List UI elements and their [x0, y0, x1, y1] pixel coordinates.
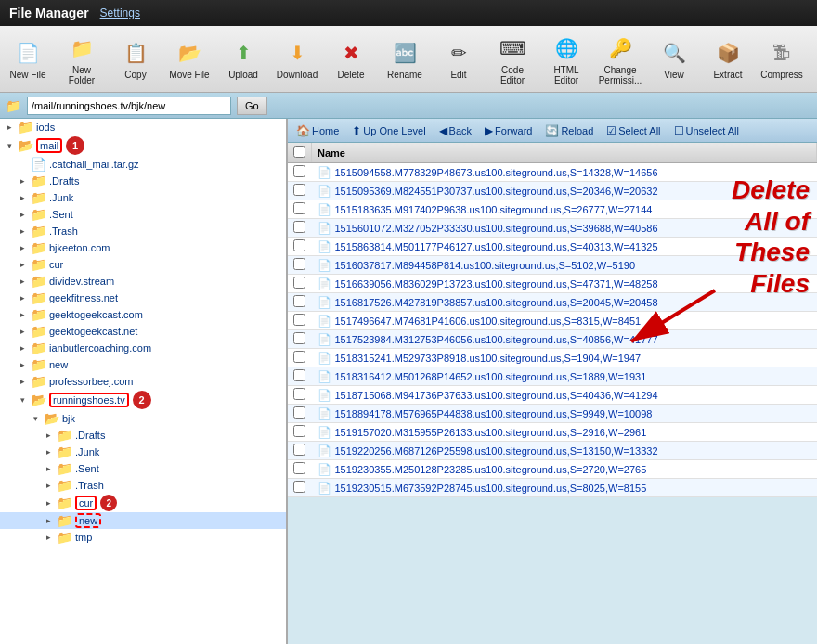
row-checkbox[interactable] — [288, 423, 312, 442]
table-row[interactable]: 📄1515095369.M824551P30737.us100.sitegrou… — [288, 182, 817, 200]
delete-button[interactable]: ✖Delete — [325, 30, 377, 89]
file-name[interactable]: 📄1519157020.M315955P26133.us100.sitegrou… — [312, 423, 817, 442]
file-name[interactable]: 📄1518894178.M576965P44838.us100.sitegrou… — [312, 405, 817, 423]
row-checkbox[interactable] — [288, 238, 312, 256]
sidebar-item--catchall-mail-tar-gz[interactable]: 📄.catchall_mail.tar.gz — [0, 156, 286, 173]
back-button[interactable]: ◀ Back — [434, 122, 476, 139]
table-row[interactable]: 📄1519220256.M687126P25598.us100.sitegrou… — [288, 442, 817, 460]
new-file-button[interactable]: 📄New File — [2, 30, 54, 89]
table-row[interactable]: 📄1515601072.M327052P33330.us100.sitegrou… — [288, 219, 817, 238]
table-row[interactable]: 📄1515183635.M917402P9638.us100.sitegroun… — [288, 200, 817, 219]
file-name[interactable]: 📄1516037817.M894458P814.us100.siteground… — [312, 256, 817, 275]
row-checkbox[interactable] — [288, 219, 312, 238]
download-button[interactable]: ⬇Download — [271, 30, 323, 89]
file-name[interactable]: 📄1517496647.M74681P41606.us100.sitegroun… — [312, 312, 817, 330]
table-row[interactable]: 📄1515094558.M778329P48673.us100.sitegrou… — [288, 163, 817, 182]
table-row[interactable]: 📄1517523984.M312753P46056.us100.sitegrou… — [288, 330, 817, 349]
table-row[interactable]: 📄1518315241.M529733P8918.us100.sitegroun… — [288, 349, 817, 367]
extract-button[interactable]: 📦Extract — [702, 30, 754, 89]
settings-link[interactable]: Settings — [100, 6, 140, 19]
row-checkbox[interactable] — [288, 200, 312, 219]
file-name[interactable]: 📄1518316412.M501268P14652.us100.sitegrou… — [312, 367, 817, 386]
row-checkbox[interactable] — [288, 163, 312, 182]
move-file-button[interactable]: 📂Move File — [163, 30, 215, 89]
file-name[interactable]: 📄1519230355.M250128P23285.us100.sitegrou… — [312, 460, 817, 479]
table-row[interactable]: 📄1519230515.M673592P28745.us100.sitegrou… — [288, 479, 817, 497]
sidebar-item-iods[interactable]: ▸📁iods — [0, 119, 286, 135]
compress-button[interactable]: 🗜Compress — [756, 30, 808, 89]
up-button[interactable]: ⬆ Up One Level — [347, 122, 430, 139]
sidebar-item--Drafts[interactable]: ▸📁.Drafts — [0, 427, 286, 444]
file-name[interactable]: 📄1517523984.M312753P46056.us100.sitegrou… — [312, 330, 817, 349]
file-name[interactable]: 📄1515601072.M327052P33330.us100.sitegrou… — [312, 219, 817, 238]
sidebar-item--Drafts[interactable]: ▸📁.Drafts — [0, 173, 286, 189]
row-checkbox[interactable] — [288, 275, 312, 293]
go-button[interactable]: Go — [237, 97, 267, 115]
file-name[interactable]: 📄1518715068.M941736P37633.us100.sitegrou… — [312, 386, 817, 405]
sidebar-item-ianbutlercoaching-com[interactable]: ▸📁ianbutlercoaching.com — [0, 340, 286, 356]
row-checkbox[interactable] — [288, 182, 312, 200]
unselect-all-button[interactable]: ☐ Unselect All — [669, 122, 744, 139]
change-perms-button[interactable]: 🔑Change Permissi... — [594, 30, 646, 89]
sidebar-item-geekfitness-net[interactable]: ▸📁geekfitness.net — [0, 290, 286, 306]
view-button[interactable]: 🔍View — [648, 30, 700, 89]
file-name[interactable]: 📄1515095369.M824551P30737.us100.sitegrou… — [312, 182, 817, 200]
sidebar-item-cur[interactable]: ▸📁cur — [0, 256, 286, 273]
sidebar-item--Sent[interactable]: ▸📁.Sent — [0, 206, 286, 223]
sidebar-item-professorbeej-com[interactable]: ▸📁professorbeej.com — [0, 373, 286, 390]
sidebar-item--Junk[interactable]: ▸📁.Junk — [0, 189, 286, 206]
sidebar-item-cur[interactable]: ▸📁cur2 — [0, 494, 286, 512]
sidebar-item-bjk[interactable]: ▾📂bjk — [0, 410, 286, 427]
sidebar-item--Trash[interactable]: ▸📁.Trash — [0, 477, 286, 494]
table-row[interactable]: 📄1518894178.M576965P44838.us100.sitegrou… — [288, 405, 817, 423]
sidebar-item-mail[interactable]: ▾📂mail1 — [0, 135, 286, 156]
table-row[interactable]: 📄1517496647.M74681P41606.us100.sitegroun… — [288, 312, 817, 330]
file-name[interactable]: 📄1516639056.M836029P13723.us100.sitegrou… — [312, 275, 817, 293]
address-input[interactable] — [27, 97, 231, 115]
file-name[interactable]: 📄1519220256.M687126P25598.us100.sitegrou… — [312, 442, 817, 460]
table-row[interactable]: 📄1519230355.M250128P23285.us100.sitegrou… — [288, 460, 817, 479]
sidebar-item--Sent[interactable]: ▸📁.Sent — [0, 460, 286, 477]
sidebar-item--Trash[interactable]: ▸📁.Trash — [0, 223, 286, 239]
row-checkbox[interactable] — [288, 349, 312, 367]
row-checkbox[interactable] — [288, 312, 312, 330]
row-checkbox[interactable] — [288, 330, 312, 349]
file-name[interactable]: 📄1519230515.M673592P28745.us100.sitegrou… — [312, 479, 817, 497]
row-checkbox[interactable] — [288, 460, 312, 479]
row-checkbox[interactable] — [288, 256, 312, 275]
col-checkbox[interactable] — [288, 143, 312, 163]
table-row[interactable]: 📄1518316412.M501268P14652.us100.sitegrou… — [288, 367, 817, 386]
row-checkbox[interactable] — [288, 442, 312, 460]
sidebar-item-geektogeekcast-net[interactable]: ▸📁geektogeekcast.net — [0, 323, 286, 340]
table-row[interactable]: 📄1516817526.M427819P38857.us100.sitegrou… — [288, 293, 817, 312]
row-checkbox[interactable] — [288, 405, 312, 423]
sidebar-item-tmp[interactable]: ▸📁tmp — [0, 529, 286, 546]
copy-button[interactable]: 📋Copy — [110, 30, 162, 89]
file-name[interactable]: 📄1516817526.M427819P38857.us100.sitegrou… — [312, 293, 817, 312]
upload-button[interactable]: ⬆Upload — [217, 30, 269, 89]
row-checkbox[interactable] — [288, 367, 312, 386]
forward-button[interactable]: ▶ Forward — [480, 122, 537, 139]
sidebar-item-runningshoes-tv[interactable]: ▾📂runningshoes.tv2 — [0, 390, 286, 410]
sidebar-item-new[interactable]: ▸📁new — [0, 356, 286, 373]
table-row[interactable]: 📄1518715068.M941736P37633.us100.sitegrou… — [288, 386, 817, 405]
new-folder-button[interactable]: 📁New Folder — [56, 30, 108, 89]
sidebar-item-geektogeekcast-com[interactable]: ▸📁geektogeekcast.com — [0, 306, 286, 323]
file-name[interactable]: 📄1515094558.M778329P48673.us100.sitegrou… — [312, 163, 817, 182]
home-button[interactable]: 🏠 Home — [292, 122, 344, 139]
sidebar-item-bjkeeton-com[interactable]: ▸📁bjkeeton.com — [0, 239, 286, 256]
file-name[interactable]: 📄1515863814.M501177P46127.us100.sitegrou… — [312, 238, 817, 256]
row-checkbox[interactable] — [288, 293, 312, 312]
row-checkbox[interactable] — [288, 386, 312, 405]
sidebar-item--Junk[interactable]: ▸📁.Junk — [0, 444, 286, 460]
table-row[interactable]: 📄1516639056.M836029P13723.us100.sitegrou… — [288, 275, 817, 293]
table-row[interactable]: 📄1519157020.M315955P26133.us100.sitegrou… — [288, 423, 817, 442]
file-name[interactable]: 📄1515183635.M917402P9638.us100.sitegroun… — [312, 200, 817, 219]
html-editor-button[interactable]: 🌐HTML Editor — [540, 30, 592, 89]
row-checkbox[interactable] — [288, 479, 312, 497]
sidebar-item-new[interactable]: ▸📁new — [0, 512, 286, 529]
edit-button[interactable]: ✏Edit — [433, 30, 485, 89]
code-editor-button[interactable]: ⌨Code Editor — [486, 30, 538, 89]
file-name[interactable]: 📄1518315241.M529733P8918.us100.sitegroun… — [312, 349, 817, 367]
sidebar-item-dividev-stream[interactable]: ▸📁dividev.stream — [0, 273, 286, 290]
